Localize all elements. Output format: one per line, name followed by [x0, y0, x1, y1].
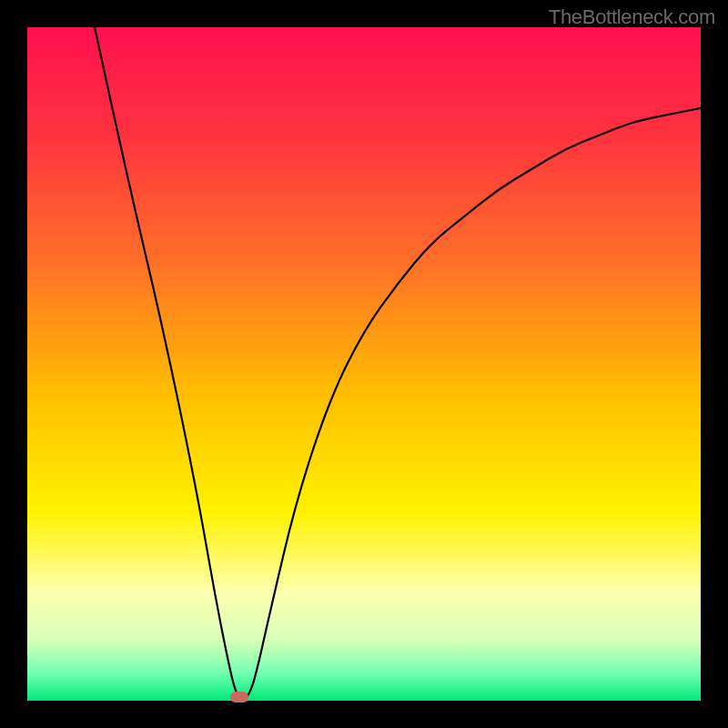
optimal-point-marker — [230, 692, 248, 703]
watermark-text: TheBottleneck.com — [549, 5, 715, 29]
chart-area — [27, 27, 701, 701]
bottleneck-curve — [27, 27, 701, 701]
